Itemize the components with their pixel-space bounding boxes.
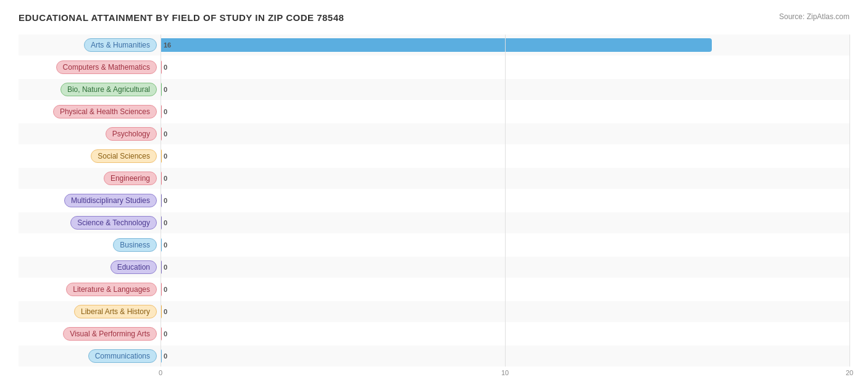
bar-fill: 0	[161, 60, 162, 74]
bar-fill: 0	[161, 83, 162, 96]
bar-row: Science & Technology0	[19, 212, 849, 233]
bar-label: Computers & Mathematics	[19, 57, 161, 78]
x-axis-tick: 0	[159, 369, 162, 376]
bar-label: Communications	[19, 346, 161, 367]
bar-fill: 0	[161, 105, 162, 118]
bar-label: Multidisciplinary Studies	[19, 190, 161, 211]
bar-row: Visual & Performing Arts0	[19, 323, 849, 344]
bar-track: 0	[161, 127, 849, 141]
bar-track: 0	[161, 149, 849, 163]
chart-title: EDUCATIONAL ATTAINMENT BY FIELD OF STUDY…	[19, 12, 344, 23]
bar-value: 0	[164, 86, 167, 93]
bar-row: Psychology0	[19, 123, 849, 144]
bar-row: Bio, Nature & Agricultural0	[19, 79, 849, 100]
bar-value: 0	[164, 197, 167, 204]
bar-row: Communications0	[19, 346, 849, 367]
bar-track: 0	[161, 327, 849, 341]
bar-container: 0	[161, 57, 849, 78]
bar-label: Visual & Performing Arts	[19, 323, 161, 344]
bar-value: 0	[164, 352, 167, 360]
bar-track: 0	[161, 305, 849, 318]
bar-track: 0	[161, 83, 849, 96]
bar-value: 0	[164, 152, 167, 160]
bar-track: 0	[161, 260, 849, 274]
label-pill: Liberal Arts & History	[74, 305, 157, 318]
bar-track: 16	[161, 38, 849, 52]
bar-fill: 0	[161, 127, 162, 141]
bar-fill: 0	[161, 216, 162, 230]
bar-value: 0	[164, 241, 167, 249]
bar-track: 0	[161, 60, 849, 74]
bar-container: 0	[161, 146, 849, 167]
bar-track: 0	[161, 238, 849, 252]
bar-container: 0	[161, 323, 849, 344]
label-pill: Science & Technology	[70, 216, 157, 230]
bar-container: 0	[161, 257, 849, 278]
bar-value: 0	[164, 108, 167, 115]
label-pill: Bio, Nature & Agricultural	[61, 83, 157, 96]
bar-row: Social Sciences0	[19, 146, 849, 167]
label-pill: Multidisciplinary Studies	[64, 194, 157, 207]
bar-container: 16	[161, 35, 849, 56]
label-pill: Computers & Mathematics	[56, 60, 157, 74]
bar-container: 0	[161, 101, 849, 122]
bar-fill: 0	[161, 149, 162, 163]
bar-row: Physical & Health Sciences0	[19, 101, 849, 122]
bar-fill: 0	[161, 283, 162, 296]
label-pill: Business	[113, 238, 157, 252]
bar-value: 16	[164, 41, 171, 49]
bar-label: Business	[19, 234, 161, 255]
x-axis: 01020	[161, 369, 849, 381]
bar-fill: 0	[161, 327, 162, 341]
x-axis-tick: 20	[846, 369, 853, 376]
bar-container: 0	[161, 279, 849, 300]
bar-fill: 0	[161, 172, 162, 185]
bar-track: 0	[161, 349, 849, 363]
bar-value: 0	[164, 286, 167, 293]
bar-track: 0	[161, 105, 849, 118]
bar-value: 0	[164, 263, 167, 271]
bar-container: 0	[161, 168, 849, 189]
bar-row: Liberal Arts & History0	[19, 301, 849, 322]
bar-label: Social Sciences	[19, 146, 161, 167]
label-pill: Communications	[88, 349, 157, 363]
bar-label: Liberal Arts & History	[19, 301, 161, 322]
bar-container: 0	[161, 190, 849, 211]
bar-track: 0	[161, 172, 849, 185]
x-axis-tick: 10	[501, 369, 509, 376]
bar-track: 0	[161, 194, 849, 207]
chart-wrapper: Arts & Humanities16Computers & Mathemati…	[19, 35, 849, 381]
bar-label: Science & Technology	[19, 212, 161, 233]
bar-fill: 0	[161, 260, 162, 274]
label-pill: Engineering	[104, 172, 157, 185]
bar-fill: 0	[161, 238, 162, 252]
label-pill: Literature & Languages	[66, 283, 157, 296]
bar-label: Psychology	[19, 123, 161, 144]
bar-label: Bio, Nature & Agricultural	[19, 79, 161, 100]
bar-fill: 0	[161, 194, 162, 207]
bar-container: 0	[161, 79, 849, 100]
bar-row: Engineering0	[19, 168, 849, 189]
bar-container: 0	[161, 212, 849, 233]
bar-container: 0	[161, 234, 849, 255]
page-container: EDUCATIONAL ATTAINMENT BY FIELD OF STUDY…	[19, 12, 849, 381]
bar-fill: 0	[161, 305, 162, 318]
bar-container: 0	[161, 301, 849, 322]
bar-value: 0	[164, 64, 167, 71]
bar-label: Arts & Humanities	[19, 35, 161, 56]
source-label: Source: ZipAtlas.com	[779, 12, 849, 21]
bar-row: Multidisciplinary Studies0	[19, 190, 849, 211]
bar-value: 0	[164, 130, 167, 138]
bar-label: Physical & Health Sciences	[19, 101, 161, 122]
bar-value: 0	[164, 330, 167, 338]
bar-container: 0	[161, 346, 849, 367]
bar-value: 0	[164, 175, 167, 182]
bar-row: Literature & Languages0	[19, 279, 849, 300]
bar-row: Business0	[19, 234, 849, 255]
bar-label: Literature & Languages	[19, 279, 161, 300]
rows-wrapper: Arts & Humanities16Computers & Mathemati…	[19, 35, 849, 367]
grid-line	[849, 35, 850, 367]
label-pill: Arts & Humanities	[84, 38, 157, 52]
bar-label: Engineering	[19, 168, 161, 189]
label-pill: Psychology	[106, 127, 157, 141]
